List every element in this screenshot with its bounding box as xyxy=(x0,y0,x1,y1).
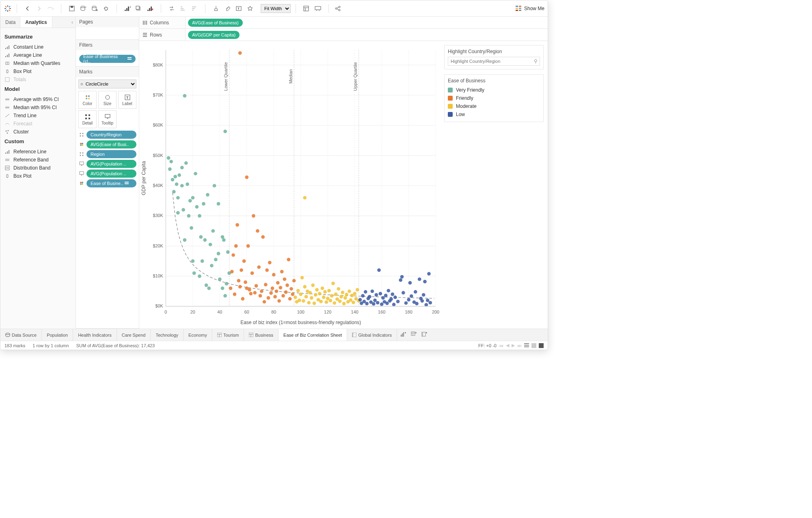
analytics-item[interactable]: Median with 95% CI xyxy=(4,103,71,112)
marks-type-select[interactable]: ○ CircleCircle xyxy=(78,80,136,88)
mark-pill-row[interactable]: Region xyxy=(78,150,136,158)
mark-pill[interactable]: Country/Region xyxy=(86,131,136,139)
sheet-tab[interactable]: Business xyxy=(244,329,279,341)
svg-text:Median: Median xyxy=(288,69,293,84)
tab-data[interactable]: Data xyxy=(0,17,20,28)
fit-select[interactable]: Fit Width xyxy=(261,4,291,13)
presentation-icon[interactable] xyxy=(314,4,322,13)
marks-size-button[interactable]: Size xyxy=(98,91,117,109)
view-icon-icon[interactable] xyxy=(539,343,544,348)
dist-icon xyxy=(4,166,10,170)
svg-point-250 xyxy=(279,286,283,290)
back-icon[interactable] xyxy=(24,4,32,13)
svg-point-207 xyxy=(223,130,227,133)
columns-pill[interactable]: AVG(Ease of Business) xyxy=(188,19,243,27)
view-list-icon[interactable] xyxy=(531,343,536,348)
svg-point-253 xyxy=(283,277,287,281)
highlight-icon[interactable] xyxy=(212,4,220,13)
analytics-item[interactable]: Reference Band xyxy=(4,156,71,164)
nav-prev-icon[interactable]: ◀ xyxy=(506,343,509,348)
legend-item[interactable]: Friendly xyxy=(448,94,540,102)
analytics-item[interactable]: Average with 95% CI xyxy=(4,95,71,103)
svg-point-338 xyxy=(399,278,402,282)
svg-point-347 xyxy=(415,302,419,305)
side-header: Model xyxy=(4,86,71,92)
rows-pill[interactable]: AVG(GDP per Capita) xyxy=(188,31,240,39)
analytics-item[interactable]: Reference Line xyxy=(4,148,71,156)
chart-canvas[interactable]: 020406080100120140160180200$0K$10K$20K$3… xyxy=(139,41,440,329)
sheet-tab[interactable]: Health Indicators xyxy=(73,329,117,341)
mark-pill[interactable]: AVG(Population .. xyxy=(86,170,136,178)
svg-point-278 xyxy=(315,288,319,292)
legend-item[interactable]: Low xyxy=(448,110,540,118)
svg-point-237 xyxy=(261,235,265,239)
legend-item[interactable]: Very Friendly xyxy=(448,86,540,94)
pages-shelf[interactable] xyxy=(76,27,139,39)
tab-analytics[interactable]: Analytics xyxy=(20,17,52,28)
new-sheet-icon[interactable]: + xyxy=(123,4,132,13)
collapse-sidebar-icon[interactable]: ‹ xyxy=(69,19,76,25)
mark-pill-row[interactable]: Ease of Busine.. xyxy=(78,179,136,187)
marks-label-button[interactable]: TLabel xyxy=(118,91,136,109)
mark-pill-row[interactable]: Country/Region xyxy=(78,131,136,139)
sheet-tab[interactable]: Economy xyxy=(184,329,212,341)
svg-point-284 xyxy=(323,290,327,294)
mark-pill[interactable]: AVG(Ease of Busi.. xyxy=(86,140,136,148)
new-story-icon[interactable]: + xyxy=(421,331,429,339)
view-tile-icon[interactable] xyxy=(524,343,529,348)
svg-point-337 xyxy=(396,300,400,303)
share-icon[interactable] xyxy=(334,4,342,13)
analytics-item[interactable]: Median with Quartiles xyxy=(4,59,71,67)
clear-sheet-icon[interactable] xyxy=(146,4,154,13)
swap-icon[interactable] xyxy=(168,4,176,13)
marks-tooltip-button[interactable]: Tooltip xyxy=(98,110,117,128)
nav-first-icon[interactable]: ⏮ xyxy=(499,343,503,348)
mark-pill[interactable]: AVG(Population .. xyxy=(86,160,136,168)
new-data-icon[interactable]: + xyxy=(79,4,87,13)
marks-color-button[interactable]: Color xyxy=(78,91,97,109)
sheet-tab[interactable]: Technology xyxy=(151,329,184,341)
svg-point-179 xyxy=(188,199,192,203)
marks-detail-button[interactable]: Detail xyxy=(78,110,97,128)
attach-icon[interactable] xyxy=(223,4,231,13)
refresh-icon[interactable] xyxy=(102,4,110,13)
nav-next-icon[interactable]: ▶ xyxy=(512,343,515,348)
columns-shelf[interactable]: AVG(Ease of Business) xyxy=(186,17,548,28)
analytics-item[interactable]: Box Plot xyxy=(4,67,71,75)
mark-pill[interactable]: Region xyxy=(86,150,136,158)
svg-point-211 xyxy=(229,286,233,290)
show-cards-icon[interactable] xyxy=(302,4,311,13)
analytics-item[interactable]: Box Plot xyxy=(4,172,71,180)
analytics-item[interactable]: Trend Line xyxy=(4,112,71,120)
mark-pill-row[interactable]: AVG(Ease of Busi.. xyxy=(78,140,136,148)
sheet-tab[interactable]: Ease of Biz Correlation Sheet xyxy=(279,329,347,341)
mark-pill[interactable]: Ease of Busine.. xyxy=(86,179,136,187)
show-me-button[interactable]: Show Me xyxy=(515,5,544,12)
nav-last-icon[interactable]: ⏭ xyxy=(517,343,522,348)
new-worksheet-icon[interactable]: + xyxy=(400,331,408,339)
mark-pill-row[interactable]: AVG(Population .. xyxy=(78,160,136,168)
pause-data-icon[interactable] xyxy=(91,4,99,13)
analytics-item[interactable]: Cluster xyxy=(4,128,71,136)
highlight-input[interactable] xyxy=(448,57,540,66)
sheet-tab[interactable]: Population xyxy=(42,329,73,341)
sheet-tab[interactable]: Tourism xyxy=(212,329,244,341)
sheet-tab[interactable]: Global Indicators xyxy=(347,329,397,341)
svg-point-277 xyxy=(314,293,317,297)
data-source-tab[interactable]: Data Source xyxy=(0,329,42,341)
svg-text:Ease of biz index (1=most busi: Ease of biz index (1=most business-frien… xyxy=(240,320,361,325)
analytics-item[interactable]: Constant Line xyxy=(4,43,71,51)
analytics-item[interactable]: Distribution Band xyxy=(4,164,71,172)
legend-item[interactable]: Moderate xyxy=(448,102,540,110)
analytics-item[interactable]: Average Line xyxy=(4,51,71,59)
filters-shelf[interactable]: Ease of Business (cl.. xyxy=(76,50,139,66)
sheet-tab[interactable]: Care Spend xyxy=(117,329,151,341)
mark-pill-row[interactable]: AVG(Population .. xyxy=(78,170,136,178)
text-box-icon[interactable]: T xyxy=(235,4,243,13)
rows-shelf[interactable]: AVG(GDP per Capita) xyxy=(186,29,548,41)
new-dashboard-icon[interactable]: + xyxy=(411,331,418,339)
star-icon[interactable] xyxy=(246,4,254,13)
filter-pill[interactable]: Ease of Business (cl.. xyxy=(79,55,136,63)
save-icon[interactable] xyxy=(68,4,76,13)
copy-sheet-icon[interactable] xyxy=(135,4,143,13)
